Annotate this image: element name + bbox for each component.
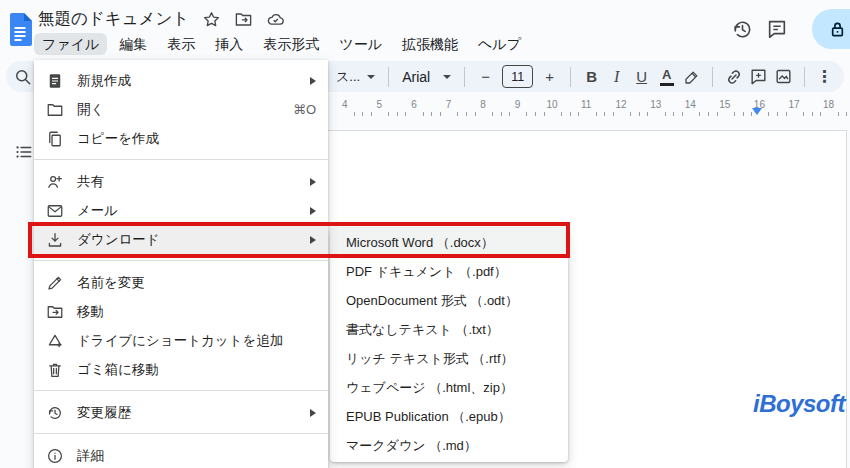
font-size-input[interactable]: 11 [502,65,533,88]
document-outline-icon[interactable] [13,141,35,163]
ruler-number: 6 [411,99,417,110]
person-add-icon [46,173,64,191]
more-options-button[interactable]: ⋮ [813,67,835,86]
move-to-folder-icon[interactable] [234,10,253,29]
download-submenu-item-txt[interactable]: 書式なしテキスト （.txt） [330,315,568,344]
download-submenu-item-odt[interactable]: OpenDocument 形式 （.odt） [330,286,568,315]
font-family-dropdown[interactable]: Arial [397,69,456,85]
info-icon [46,447,64,465]
ruler-tick [371,112,372,116]
ruler-tick [803,112,804,116]
insert-link-button[interactable] [721,64,746,90]
download-submenu-item-html-zip[interactable]: ウェブページ （.html、zip） [330,373,568,402]
share-button[interactable] [812,9,850,49]
ruler-tick [777,112,778,116]
toolbar-divider [570,67,571,87]
insert-image-button[interactable] [771,64,796,90]
ruler-number: 14 [685,99,696,110]
menubar-item-3[interactable]: 挿入 [207,33,251,55]
ruler-tick [604,112,605,116]
ruler-tick [388,112,389,116]
ruler-number: 8 [480,99,486,110]
ruler-number: 10 [546,99,557,110]
star-icon[interactable] [202,10,221,29]
file-menu-item-new[interactable]: 新規作成 [34,66,328,95]
menubar-item-2[interactable]: 表示 [159,33,203,55]
submenu-arrow-icon [310,207,316,215]
menu-item-label: ドライブにショートカットを追加 [77,332,316,350]
ruler-tick [475,112,476,116]
text-color-label: A [662,67,671,82]
ruler-number: 5 [377,99,383,110]
version-history-icon[interactable] [728,15,756,43]
ruler-tick [457,112,458,116]
ruler-tick [768,112,769,116]
file-menu-item-move[interactable]: 移動 [34,297,328,326]
increase-font-size-button[interactable]: + [537,64,562,90]
submenu-arrow-icon [310,409,316,417]
chevron-down-icon [367,75,375,79]
file-menu-item-rename[interactable]: 名前を変更 [34,268,328,297]
ruler-tick [596,112,597,116]
menu-item-label: 開く [77,101,293,119]
submenu-arrow-icon [310,178,316,186]
menu-divider [34,260,328,261]
download-submenu-item-pdf[interactable]: PDF ドキュメント （.pdf） [330,257,568,286]
download-submenu-item-epub[interactable]: EPUB Publication （.epub） [330,402,568,431]
ruler-number: 12 [616,99,627,110]
search-menus-button[interactable] [12,66,34,88]
ruler-tick [613,112,614,116]
document-title[interactable]: 無題のドキュメント [38,8,189,30]
underline-button[interactable]: U [629,64,654,90]
trash-icon [46,361,64,379]
download-submenu-item-rtf[interactable]: リッチ テキスト形式 （.rtf） [330,344,568,373]
menubar-item-4[interactable]: 表示形式 [255,33,327,55]
file-menu-item-add-shortcut-to-drive[interactable]: ドライブにショートカットを追加 [34,326,328,355]
menubar-item-0[interactable]: ファイル [34,33,107,55]
iboysoft-watermark: iBoysoft [753,390,845,418]
file-menu-item-move-to-trash[interactable]: ゴミ箱に移動 [34,355,328,384]
file-menu-item-share[interactable]: 共有 [34,167,328,196]
cloud-saved-icon[interactable] [266,10,285,29]
styles-dropdown[interactable]: ス... [331,68,380,86]
font-family-label: Arial [402,69,430,85]
ruler-tick [501,112,502,116]
file-menu-item-details[interactable]: 詳細 [34,441,328,468]
menu-divider [34,390,328,391]
comments-icon[interactable] [763,15,791,43]
app-header: 無題のドキュメント ファイル編集表示挿入表示形式ツール拡張機能ヘルプ [0,0,850,60]
italic-button[interactable]: I [604,64,629,90]
ruler-tick [743,112,744,116]
file-menu-item-email[interactable]: メール [34,196,328,225]
bold-button[interactable]: B [579,64,604,90]
decrease-font-size-button[interactable]: − [473,64,498,90]
ruler-number: 16 [754,99,765,110]
menubar-item-7[interactable]: ヘルプ [470,33,529,55]
ruler-tick [639,112,640,116]
menu-item-label: メール [77,202,310,220]
menubar-item-1[interactable]: 編集 [111,33,155,55]
ruler-tick [838,112,839,116]
toolbar-divider [712,67,713,87]
file-menu-item-open[interactable]: 開く⌘O [34,95,328,124]
menu-item-shortcut: ⌘O [293,102,316,117]
file-menu: 新規作成開く⌘Oコピーを作成共有メールダウンロード名前を変更移動ドライブにショー… [34,60,328,468]
file-menu-item-version-history[interactable]: 変更履歴 [34,398,328,427]
ruler-tick [630,112,631,116]
menubar-item-5[interactable]: ツール [331,33,390,55]
styles-dropdown-label: ス... [336,68,360,86]
text-color-button[interactable]: A [654,64,679,90]
ruler-tick [466,112,467,116]
download-submenu-item-md[interactable]: マークダウン （.md） [330,431,568,460]
drive-shortcut-icon [46,332,64,350]
ruler-tick [699,112,700,116]
highlight-color-button[interactable] [679,64,704,90]
add-comment-button[interactable] [746,64,771,90]
google-docs-logo-icon[interactable] [8,13,32,46]
new-doc-icon [46,72,64,90]
lock-icon [827,19,848,40]
menubar-item-6[interactable]: 拡張機能 [394,33,466,55]
toolbar-divider [464,67,465,87]
file-menu-item-make-copy[interactable]: コピーを作成 [34,124,328,153]
menu-bar: ファイル編集表示挿入表示形式ツール拡張機能ヘルプ [34,33,529,55]
